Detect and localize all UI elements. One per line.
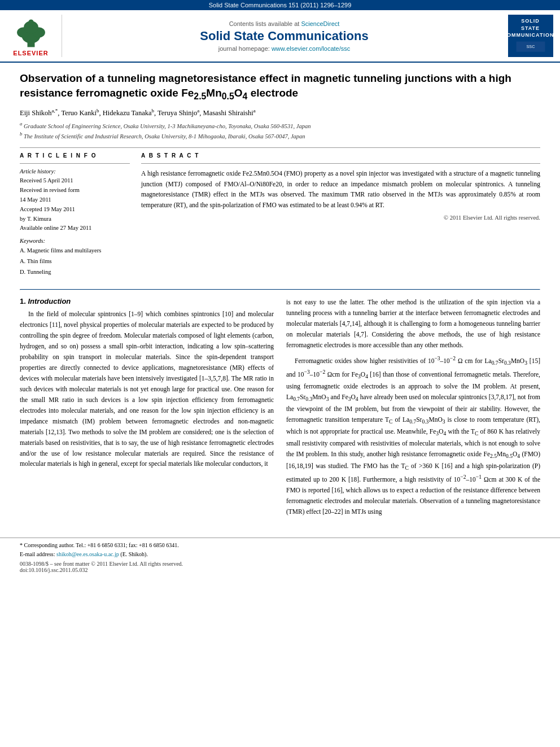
article-history-block: Article history: Received 5 April 2011 R… [20,168,130,233]
keyword-3: D. Tunneling [20,267,130,278]
article-info-col: A R T I C L E I N F O Article history: R… [20,152,130,282]
article-info-label: A R T I C L E I N F O [20,152,130,159]
journal-homepage: journal homepage: www.elsevier.com/locat… [218,45,351,52]
keywords-list: A. Magnetic films and multilayers A. Thi… [20,246,130,278]
intro-para-1: In the field of molecular spintronics [1… [20,309,274,470]
homepage-label: journal homepage: [218,45,270,52]
doi-text: doi:10.1016/j.ssc.2011.05.032 [20,567,540,573]
history-label: Article history: [20,168,130,174]
homepage-link[interactable]: www.elsevier.com/locate/ssc [272,45,350,52]
accepted-date: Accepted 19 May 2011 [20,206,75,212]
sciencedirect-link[interactable]: ScienceDirect [301,20,339,27]
body-columns: 1. Introduction In the field of molecula… [20,297,540,521]
license-text: 0038-1098/$ – see front matter © 2011 El… [20,561,540,567]
abstract-label: A B S T R A C T [141,152,540,159]
header-section: ELSEVIER Contents lists available at Sci… [0,10,560,63]
keywords-label: Keywords: [20,238,130,244]
ss-logo-graphic: SSC [514,39,548,54]
corresponding-text: * Corresponding author. Tel.: +81 6 6850… [20,542,179,548]
svg-text:SSC: SSC [526,44,535,49]
revised-label: Received in revised form [20,187,80,193]
page-wrapper: Solid State Communications 151 (2011) 12… [0,0,560,573]
online-date: Available online 27 May 2011 [20,225,91,231]
email-label: E-mail address: [20,551,55,557]
keyword-2: A. Thin films [20,256,130,267]
footer-section: * Corresponding author. Tel.: +81 6 6850… [0,538,560,573]
journal-title: Solid State Communications [200,29,368,43]
header-logo-right: solidstatecommunications SSC [506,15,554,57]
revised-date: 14 May 2011 [20,196,51,203]
authors-line: Eiji Shikoha,*, Teruo Kankib, Hidekazu T… [20,108,540,117]
received-date: Received 5 April 2011 [20,177,73,184]
accepted-by: by T. Kimura [20,216,51,222]
elsevier-label: ELSEVIER [13,50,48,56]
keyword-1: A. Magnetic films and multilayers [20,246,130,256]
sciencedirect-line: Contents lists available at ScienceDirec… [229,20,340,27]
elsevier-tree-icon [11,16,51,50]
intro-heading: 1. Introduction [20,297,274,305]
abstract-col: A B S T R A C T A high resistance ferrom… [141,152,540,282]
article-title: Observation of a tunneling magnetoresist… [20,71,540,102]
divider-info [20,163,130,164]
header-center: Contents lists available at ScienceDirec… [68,15,501,57]
keywords-block: Keywords: A. Magnetic films and multilay… [20,238,130,278]
journal-bar: Solid State Communications 151 (2011) 12… [0,0,560,10]
body-divider [20,289,540,290]
history-dates: Received 5 April 2011 Received in revise… [20,176,130,233]
body-right-col: is not easy to use the latter. The other… [286,297,540,521]
right-para-1: is not easy to use the latter. The other… [286,297,540,351]
ss-comm-logo-image: solidstatecommunications SSC [508,15,553,57]
article-content: Observation of a tunneling magnetoresist… [0,63,560,529]
elsevier-logo: ELSEVIER [6,15,62,57]
svg-rect-6 [29,24,33,28]
email-link[interactable]: shikoh@ee.es.osaka-u.ac.jp [56,551,119,557]
copyright: © 2011 Elsevier Ltd. All rights reserved… [141,215,540,221]
corresponding-author: * Corresponding author. Tel.: +81 6 6850… [20,541,540,559]
article-info-abstract: A R T I C L E I N F O Article history: R… [20,152,540,282]
affiliations: a Graduate School of Engineering Science… [20,120,540,141]
divider-abstract [141,163,540,164]
svg-point-5 [28,19,33,24]
body-left-col: 1. Introduction In the field of molecula… [20,297,274,521]
contents-label: Contents lists available at [229,20,300,27]
journal-citation: Solid State Communications 151 (2011) 12… [209,2,352,8]
divider-top [20,147,540,148]
abstract-text: A high resistance ferromagnetic oxide Fe… [141,168,540,210]
right-para-2: Ferromagnetic oxides show higher resisti… [286,354,540,517]
ss-logo-text: solidstatecommunications [503,18,558,39]
email-suffix: (E. Shikoh). [120,551,148,557]
